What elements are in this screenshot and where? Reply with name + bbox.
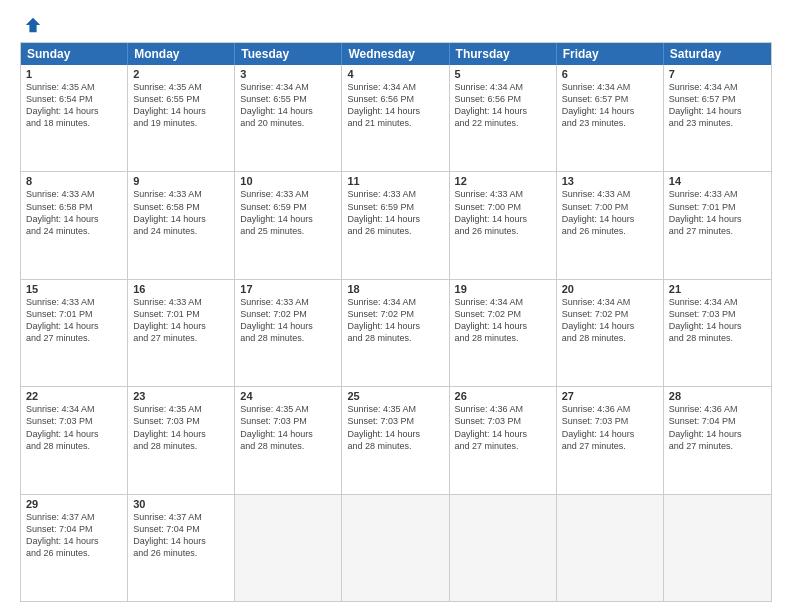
cell-content: Sunrise: 4:34 AM Sunset: 6:55 PM Dayligh…	[240, 81, 336, 130]
calendar-cell-r1c5: 13Sunrise: 4:33 AM Sunset: 7:00 PM Dayli…	[557, 172, 664, 278]
weekday-tuesday: Tuesday	[235, 43, 342, 65]
cell-content: Sunrise: 4:37 AM Sunset: 7:04 PM Dayligh…	[26, 511, 122, 560]
day-number: 29	[26, 498, 122, 510]
day-number: 30	[133, 498, 229, 510]
day-number: 24	[240, 390, 336, 402]
cell-content: Sunrise: 4:34 AM Sunset: 6:56 PM Dayligh…	[347, 81, 443, 130]
day-number: 7	[669, 68, 766, 80]
calendar-cell-r0c5: 6Sunrise: 4:34 AM Sunset: 6:57 PM Daylig…	[557, 65, 664, 171]
day-number: 27	[562, 390, 658, 402]
day-number: 4	[347, 68, 443, 80]
day-number: 3	[240, 68, 336, 80]
calendar-cell-r2c4: 19Sunrise: 4:34 AM Sunset: 7:02 PM Dayli…	[450, 280, 557, 386]
day-number: 11	[347, 175, 443, 187]
calendar-cell-r3c1: 23Sunrise: 4:35 AM Sunset: 7:03 PM Dayli…	[128, 387, 235, 493]
calendar-cell-r2c2: 17Sunrise: 4:33 AM Sunset: 7:02 PM Dayli…	[235, 280, 342, 386]
day-number: 28	[669, 390, 766, 402]
calendar-cell-r2c0: 15Sunrise: 4:33 AM Sunset: 7:01 PM Dayli…	[21, 280, 128, 386]
calendar-cell-r1c3: 11Sunrise: 4:33 AM Sunset: 6:59 PM Dayli…	[342, 172, 449, 278]
calendar-body: 1Sunrise: 4:35 AM Sunset: 6:54 PM Daylig…	[21, 65, 771, 601]
day-number: 16	[133, 283, 229, 295]
day-number: 23	[133, 390, 229, 402]
calendar-cell-r0c0: 1Sunrise: 4:35 AM Sunset: 6:54 PM Daylig…	[21, 65, 128, 171]
calendar-cell-r4c2	[235, 495, 342, 601]
header	[20, 16, 772, 34]
cell-content: Sunrise: 4:33 AM Sunset: 6:59 PM Dayligh…	[347, 188, 443, 237]
day-number: 12	[455, 175, 551, 187]
svg-marker-0	[26, 18, 40, 32]
calendar-cell-r4c0: 29Sunrise: 4:37 AM Sunset: 7:04 PM Dayli…	[21, 495, 128, 601]
calendar-cell-r3c6: 28Sunrise: 4:36 AM Sunset: 7:04 PM Dayli…	[664, 387, 771, 493]
weekday-saturday: Saturday	[664, 43, 771, 65]
cell-content: Sunrise: 4:35 AM Sunset: 7:03 PM Dayligh…	[133, 403, 229, 452]
calendar-cell-r4c3	[342, 495, 449, 601]
calendar-row-3: 22Sunrise: 4:34 AM Sunset: 7:03 PM Dayli…	[21, 386, 771, 493]
day-number: 21	[669, 283, 766, 295]
day-number: 5	[455, 68, 551, 80]
calendar-row-0: 1Sunrise: 4:35 AM Sunset: 6:54 PM Daylig…	[21, 65, 771, 171]
calendar-row-4: 29Sunrise: 4:37 AM Sunset: 7:04 PM Dayli…	[21, 494, 771, 601]
cell-content: Sunrise: 4:34 AM Sunset: 7:03 PM Dayligh…	[669, 296, 766, 345]
weekday-monday: Monday	[128, 43, 235, 65]
day-number: 17	[240, 283, 336, 295]
cell-content: Sunrise: 4:35 AM Sunset: 7:03 PM Dayligh…	[240, 403, 336, 452]
cell-content: Sunrise: 4:34 AM Sunset: 7:02 PM Dayligh…	[562, 296, 658, 345]
cell-content: Sunrise: 4:36 AM Sunset: 7:03 PM Dayligh…	[562, 403, 658, 452]
calendar-cell-r1c0: 8Sunrise: 4:33 AM Sunset: 6:58 PM Daylig…	[21, 172, 128, 278]
cell-content: Sunrise: 4:34 AM Sunset: 6:57 PM Dayligh…	[562, 81, 658, 130]
cell-content: Sunrise: 4:36 AM Sunset: 7:04 PM Dayligh…	[669, 403, 766, 452]
calendar-header: Sunday Monday Tuesday Wednesday Thursday…	[21, 43, 771, 65]
cell-content: Sunrise: 4:34 AM Sunset: 7:02 PM Dayligh…	[347, 296, 443, 345]
calendar-cell-r3c2: 24Sunrise: 4:35 AM Sunset: 7:03 PM Dayli…	[235, 387, 342, 493]
cell-content: Sunrise: 4:33 AM Sunset: 7:01 PM Dayligh…	[26, 296, 122, 345]
cell-content: Sunrise: 4:33 AM Sunset: 6:58 PM Dayligh…	[133, 188, 229, 237]
day-number: 9	[133, 175, 229, 187]
logo	[20, 16, 42, 34]
day-number: 10	[240, 175, 336, 187]
calendar: Sunday Monday Tuesday Wednesday Thursday…	[20, 42, 772, 602]
calendar-cell-r4c4	[450, 495, 557, 601]
calendar-cell-r3c0: 22Sunrise: 4:34 AM Sunset: 7:03 PM Dayli…	[21, 387, 128, 493]
cell-content: Sunrise: 4:33 AM Sunset: 7:00 PM Dayligh…	[562, 188, 658, 237]
calendar-cell-r0c4: 5Sunrise: 4:34 AM Sunset: 6:56 PM Daylig…	[450, 65, 557, 171]
weekday-wednesday: Wednesday	[342, 43, 449, 65]
calendar-cell-r1c1: 9Sunrise: 4:33 AM Sunset: 6:58 PM Daylig…	[128, 172, 235, 278]
weekday-friday: Friday	[557, 43, 664, 65]
cell-content: Sunrise: 4:33 AM Sunset: 6:59 PM Dayligh…	[240, 188, 336, 237]
cell-content: Sunrise: 4:35 AM Sunset: 6:54 PM Dayligh…	[26, 81, 122, 130]
day-number: 19	[455, 283, 551, 295]
cell-content: Sunrise: 4:33 AM Sunset: 6:58 PM Dayligh…	[26, 188, 122, 237]
weekday-thursday: Thursday	[450, 43, 557, 65]
calendar-cell-r3c4: 26Sunrise: 4:36 AM Sunset: 7:03 PM Dayli…	[450, 387, 557, 493]
calendar-cell-r4c1: 30Sunrise: 4:37 AM Sunset: 7:04 PM Dayli…	[128, 495, 235, 601]
calendar-cell-r2c5: 20Sunrise: 4:34 AM Sunset: 7:02 PM Dayli…	[557, 280, 664, 386]
calendar-cell-r4c5	[557, 495, 664, 601]
calendar-row-1: 8Sunrise: 4:33 AM Sunset: 6:58 PM Daylig…	[21, 171, 771, 278]
day-number: 22	[26, 390, 122, 402]
cell-content: Sunrise: 4:34 AM Sunset: 6:57 PM Dayligh…	[669, 81, 766, 130]
cell-content: Sunrise: 4:34 AM Sunset: 6:56 PM Dayligh…	[455, 81, 551, 130]
day-number: 18	[347, 283, 443, 295]
calendar-cell-r1c6: 14Sunrise: 4:33 AM Sunset: 7:01 PM Dayli…	[664, 172, 771, 278]
day-number: 14	[669, 175, 766, 187]
cell-content: Sunrise: 4:33 AM Sunset: 7:01 PM Dayligh…	[133, 296, 229, 345]
cell-content: Sunrise: 4:35 AM Sunset: 6:55 PM Dayligh…	[133, 81, 229, 130]
day-number: 15	[26, 283, 122, 295]
calendar-cell-r3c5: 27Sunrise: 4:36 AM Sunset: 7:03 PM Dayli…	[557, 387, 664, 493]
day-number: 13	[562, 175, 658, 187]
calendar-cell-r2c1: 16Sunrise: 4:33 AM Sunset: 7:01 PM Dayli…	[128, 280, 235, 386]
day-number: 8	[26, 175, 122, 187]
cell-content: Sunrise: 4:34 AM Sunset: 7:03 PM Dayligh…	[26, 403, 122, 452]
calendar-cell-r2c6: 21Sunrise: 4:34 AM Sunset: 7:03 PM Dayli…	[664, 280, 771, 386]
weekday-sunday: Sunday	[21, 43, 128, 65]
calendar-cell-r4c6	[664, 495, 771, 601]
cell-content: Sunrise: 4:33 AM Sunset: 7:02 PM Dayligh…	[240, 296, 336, 345]
calendar-cell-r1c4: 12Sunrise: 4:33 AM Sunset: 7:00 PM Dayli…	[450, 172, 557, 278]
calendar-cell-r0c3: 4Sunrise: 4:34 AM Sunset: 6:56 PM Daylig…	[342, 65, 449, 171]
cell-content: Sunrise: 4:33 AM Sunset: 7:01 PM Dayligh…	[669, 188, 766, 237]
day-number: 26	[455, 390, 551, 402]
logo-icon	[24, 16, 42, 34]
day-number: 25	[347, 390, 443, 402]
calendar-row-2: 15Sunrise: 4:33 AM Sunset: 7:01 PM Dayli…	[21, 279, 771, 386]
cell-content: Sunrise: 4:37 AM Sunset: 7:04 PM Dayligh…	[133, 511, 229, 560]
